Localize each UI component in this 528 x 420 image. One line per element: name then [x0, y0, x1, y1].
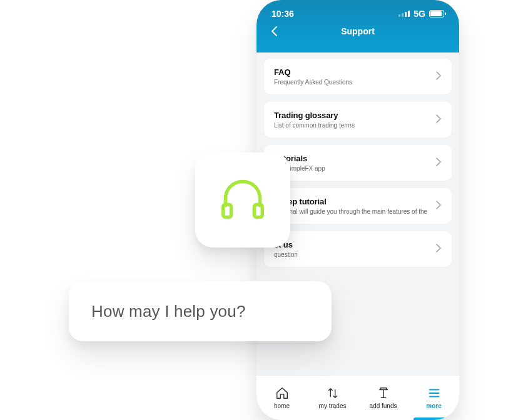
chevron-right-icon — [435, 243, 442, 256]
tab-label: my trades — [319, 402, 347, 409]
trades-icon — [326, 386, 340, 400]
bottom-tab-bar: home my trades add funds more — [256, 375, 459, 420]
headphones-icon — [214, 170, 272, 230]
list-item-faq[interactable]: FAQ Frequently Asked Questions — [264, 59, 452, 94]
chevron-right-icon — [435, 71, 442, 83]
more-icon — [427, 386, 441, 400]
list-item-title: y step tutorial — [274, 197, 429, 206]
list-item-contact-us[interactable]: ct us question — [264, 231, 452, 267]
list-item-tutorials[interactable]: Tutorials use SimpleFX app — [264, 145, 452, 181]
add-funds-icon — [377, 386, 390, 400]
tab-home[interactable]: home — [256, 376, 307, 420]
tab-label: home — [274, 402, 290, 409]
battery-icon — [429, 10, 444, 18]
svg-rect-1 — [254, 204, 262, 217]
list-item-subtitle: question — [274, 251, 429, 258]
support-icon-card — [195, 152, 290, 248]
list-item-subtitle: k tutorial will guide you through the ma… — [274, 208, 429, 215]
help-message-text: How may I help you? — [91, 302, 246, 321]
nav-bar: Support — [256, 19, 459, 45]
svg-rect-0 — [223, 204, 231, 217]
list-item-step-tutorial[interactable]: y step tutorial k tutorial will guide yo… — [264, 188, 452, 224]
tab-label: add funds — [370, 402, 397, 409]
home-icon — [275, 386, 289, 400]
chevron-right-icon — [435, 200, 442, 212]
list-item-subtitle: List of common trading terms — [274, 122, 429, 129]
list-item-glossary[interactable]: Trading glossary List of common trading … — [264, 102, 452, 138]
list-item-title: FAQ — [274, 68, 429, 77]
tab-my-trades[interactable]: my trades — [307, 376, 358, 420]
help-message-bubble: How may I help you? — [69, 281, 332, 341]
tab-add-funds[interactable]: add funds — [358, 376, 409, 420]
chevron-right-icon — [435, 114, 442, 126]
network-label: 5G — [414, 9, 425, 19]
status-right: 5G — [399, 9, 444, 19]
tab-more[interactable]: more — [409, 376, 459, 420]
signal-icon — [399, 11, 410, 17]
back-button[interactable] — [268, 25, 280, 38]
status-bar: 10:36 5G — [256, 0, 459, 19]
chevron-left-icon — [270, 26, 278, 37]
app-header: 10:36 5G Support — [256, 0, 459, 52]
list-item-subtitle: Frequently Asked Questions — [274, 79, 429, 86]
list-item-title: Trading glossary — [274, 111, 429, 120]
chevron-right-icon — [435, 157, 442, 169]
tab-label: more — [426, 402, 441, 409]
list-item-subtitle: use SimpleFX app — [274, 165, 429, 172]
page-title: Support — [341, 26, 375, 36]
list-item-title: Tutorials — [274, 154, 429, 163]
status-time: 10:36 — [272, 9, 294, 19]
list-item-title: ct us — [274, 240, 429, 249]
